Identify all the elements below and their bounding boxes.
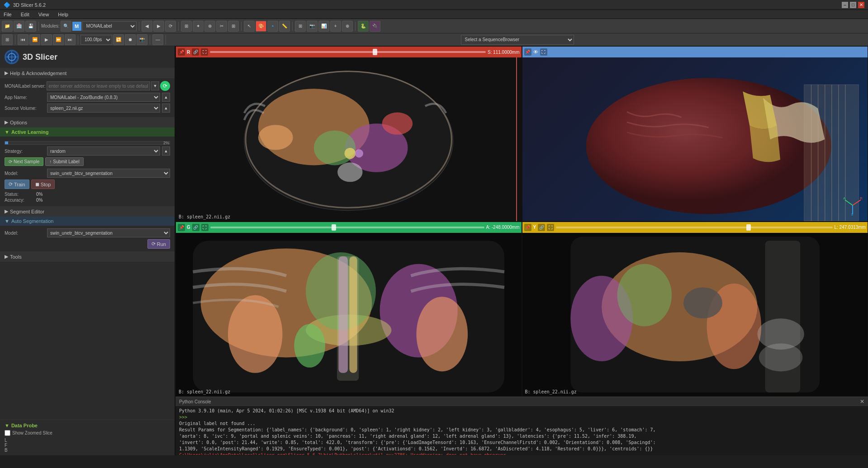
tb-btn-5[interactable]: ✦ bbox=[193, 21, 204, 32]
data-btn[interactable]: 📁 bbox=[2, 21, 13, 32]
reload-btn[interactable]: ⟳ bbox=[165, 21, 176, 32]
tb-btn-4[interactable]: ⊞ bbox=[181, 21, 192, 32]
dcm-btn[interactable]: 🏥 bbox=[14, 21, 24, 32]
save-btn[interactable]: 💾 bbox=[25, 21, 36, 32]
active-learning-header[interactable]: ▼ Active Learning bbox=[0, 128, 175, 137]
accuracy-value: 0% bbox=[36, 198, 43, 203]
layout-btn[interactable]: ⊞ bbox=[2, 34, 13, 45]
minimize-button[interactable]: – bbox=[842, 2, 848, 8]
tb-btn-14[interactable]: + bbox=[330, 21, 341, 32]
strategy-select[interactable]: random bbox=[47, 147, 160, 156]
menu-edit[interactable]: Edit bbox=[19, 11, 31, 18]
sagittal-pin-btn[interactable]: 📌 bbox=[524, 224, 531, 231]
pb-play[interactable]: ▶ bbox=[41, 34, 52, 45]
sagittal-slice-slider[interactable] bbox=[556, 227, 832, 228]
submit-label-btn[interactable]: ↑ Submit Label bbox=[45, 157, 83, 166]
separator-3 bbox=[178, 22, 179, 31]
axial-fit-btn[interactable]: ⛶ bbox=[201, 48, 208, 56]
as-model-select[interactable]: swin_unetr_btcv_segmentation bbox=[47, 228, 170, 237]
coronal-content[interactable]: B: spleen_22.nii.gz bbox=[176, 233, 522, 397]
strategy-up[interactable]: ▲ bbox=[162, 147, 170, 156]
run-btn[interactable]: ⟳ Run bbox=[147, 239, 170, 249]
color-btn[interactable]: 🎨 bbox=[256, 21, 266, 32]
module-select[interactable]: MONAILabel bbox=[82, 21, 137, 31]
threed-content[interactable]: R A S bbox=[522, 57, 868, 221]
tools-header[interactable]: ▶ Tools bbox=[0, 252, 175, 261]
axial-link-btn[interactable]: 🔗 bbox=[192, 48, 199, 56]
pb-next[interactable]: ⏩ bbox=[53, 34, 64, 45]
tb-btn-12[interactable]: 📷 bbox=[307, 21, 318, 32]
stop-btn[interactable]: ◼ Stop bbox=[31, 180, 55, 189]
nav-forward-btn[interactable]: ▶ bbox=[153, 21, 164, 32]
source-volume-up[interactable]: ▲ bbox=[162, 104, 170, 113]
help-header[interactable]: ▶ Help & Acknowledgement bbox=[0, 68, 175, 78]
tb-btn-10[interactable]: 📏 bbox=[279, 21, 290, 32]
server-input[interactable] bbox=[47, 81, 150, 90]
train-btn[interactable]: ⟳ Train bbox=[5, 180, 29, 189]
menu-bar: File Edit View Help bbox=[0, 10, 868, 19]
seq-browser-select[interactable]: Select a SequenceBrowser bbox=[461, 35, 574, 45]
axial-pin-btn[interactable]: 📌 bbox=[178, 48, 185, 56]
console-close-btn[interactable]: ✕ bbox=[860, 398, 864, 405]
pb-prev[interactable]: ⏪ bbox=[29, 34, 40, 45]
menu-help[interactable]: Help bbox=[56, 11, 70, 18]
pb-screenshot[interactable]: 📸 bbox=[137, 34, 147, 45]
server-row: MONAILabel server: ▼ ⟳ bbox=[5, 81, 170, 91]
source-volume-select[interactable]: spleen_22.nii.gz bbox=[47, 104, 160, 113]
coronal-slice-slider[interactable] bbox=[210, 227, 484, 228]
server-dropdown-btn[interactable]: ▼ bbox=[151, 81, 159, 90]
coronal-link-btn[interactable]: 🔗 bbox=[192, 224, 199, 231]
axial-slice-slider[interactable] bbox=[210, 51, 486, 53]
menu-view[interactable]: View bbox=[37, 11, 51, 18]
tb-btn-15[interactable]: ⊕ bbox=[342, 21, 353, 32]
tb-btn-11[interactable]: ⊞ bbox=[295, 21, 306, 32]
modules-search-btn[interactable]: 🔍 bbox=[61, 21, 71, 32]
tb-btn-8[interactable]: ⊞ bbox=[228, 21, 239, 32]
module-icon: M bbox=[72, 22, 81, 31]
data-probe-header[interactable]: ▼ Data Probe bbox=[5, 423, 170, 428]
app-name-select[interactable]: MONAILabel - Zoo/Bundle (0.8.3) bbox=[47, 93, 160, 102]
coronal-fit-btn[interactable]: ⛶ bbox=[201, 224, 209, 231]
pb-last[interactable]: ⏭ bbox=[65, 34, 76, 45]
menu-file[interactable]: File bbox=[2, 11, 14, 18]
fps-select[interactable]: 100.0fps bbox=[81, 35, 112, 45]
pb-extra[interactable]: — bbox=[152, 34, 163, 45]
next-sample-btn[interactable]: ⟳ Next Sample bbox=[5, 157, 43, 166]
sagittal-fit-btn[interactable]: ⛶ bbox=[547, 224, 554, 231]
tb-btn-9[interactable]: 🔹 bbox=[267, 21, 278, 32]
sep-pb-4 bbox=[166, 35, 166, 44]
svg-point-37 bbox=[294, 324, 325, 367]
python-btn[interactable]: 🐍 bbox=[358, 21, 369, 32]
options-header[interactable]: ▶ Options bbox=[0, 118, 175, 127]
show-zoomed-row: Show Zoomed Slice bbox=[5, 430, 170, 436]
ext-btn[interactable]: 🔌 bbox=[370, 21, 380, 32]
sagittal-channel-label: Y bbox=[533, 225, 536, 230]
pb-first[interactable]: ⏮ bbox=[18, 34, 28, 45]
nav-back-btn[interactable]: ◀ bbox=[142, 21, 152, 32]
model-select[interactable]: swin_unetr_btcv_segmentation bbox=[47, 169, 170, 178]
tb-btn-13[interactable]: 📊 bbox=[318, 21, 329, 32]
pb-loop[interactable]: 🔁 bbox=[113, 34, 124, 45]
console-content[interactable]: Python 3.9.10 (main, Apr 5 2024, 01:02:2… bbox=[175, 406, 868, 455]
probe-l: L bbox=[5, 438, 170, 443]
tb-btn-6[interactable]: ⊕ bbox=[204, 21, 215, 32]
main-toolbar: 📁 🏥 💾 Modules: 🔍 M MONAILabel ◀ ▶ ⟳ ⊞ ✦ … bbox=[0, 19, 868, 33]
threed-svg bbox=[522, 57, 868, 221]
tb-btn-7[interactable]: ✂ bbox=[216, 21, 227, 32]
show-zoomed-checkbox[interactable] bbox=[5, 430, 10, 436]
close-button[interactable]: ✕ bbox=[858, 2, 864, 8]
sagittal-link-btn[interactable]: 🔗 bbox=[538, 224, 545, 231]
server-connect-btn[interactable]: ⟳ bbox=[160, 81, 170, 91]
sagittal-content[interactable]: B: spleen_22.nii.gz bbox=[522, 233, 868, 397]
threed-pin-btn[interactable]: 📌 bbox=[524, 48, 531, 56]
pb-record[interactable]: ⏺ bbox=[125, 34, 136, 45]
model-label: Model: bbox=[5, 171, 45, 176]
coronal-pin-btn[interactable]: 📌 bbox=[178, 224, 185, 231]
axial-content[interactable]: B: spleen_22.nii.gz bbox=[176, 57, 522, 221]
cursor-btn[interactable]: ↖ bbox=[244, 21, 255, 32]
auto-seg-header[interactable]: ▼ Auto Segmentation bbox=[0, 217, 175, 226]
segment-editor-header[interactable]: ▶ Segment Editor bbox=[0, 207, 175, 216]
app-name-up[interactable]: ▲ bbox=[162, 93, 170, 102]
maximize-button[interactable]: □ bbox=[850, 2, 856, 8]
threed-fit-btn[interactable]: ⛶ bbox=[540, 48, 547, 56]
